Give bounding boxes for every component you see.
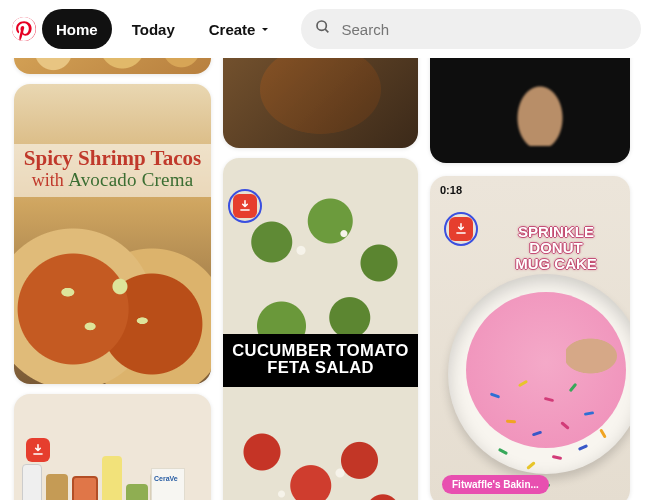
download-icon[interactable]: [449, 217, 473, 241]
search-bar[interactable]: [301, 9, 641, 49]
feed-grid: Spicy Shrimp Tacos with Avocado Crema CU…: [0, 58, 648, 500]
pin-cut-top-center[interactable]: [223, 58, 418, 148]
sprinkle: [560, 421, 570, 430]
sprinkle: [532, 431, 542, 437]
sprinkle: [584, 411, 594, 416]
sprinkle: [490, 392, 500, 398]
search-input[interactable]: [341, 21, 627, 38]
pin-bathroom-drawer[interactable]: [14, 394, 211, 500]
svg-point-0: [317, 21, 326, 30]
pin-cut-top-left[interactable]: [14, 58, 211, 74]
create-tab[interactable]: Create: [195, 9, 286, 49]
sprinkle: [578, 444, 588, 451]
search-icon: [315, 19, 331, 39]
sprinkle: [569, 383, 578, 393]
chevron-down-icon: [259, 21, 271, 38]
sprinkle: [544, 397, 554, 402]
download-icon[interactable]: [26, 438, 50, 462]
today-label: Today: [132, 21, 175, 38]
cerave-bottle: [151, 468, 185, 500]
mugcake-title-line1: SPRINKLE DONUT: [490, 224, 622, 256]
sprinkle: [599, 428, 607, 438]
mugcake-title-line2: MUG CAKE: [490, 256, 622, 272]
today-tab[interactable]: Today: [118, 9, 189, 49]
sprinkle: [518, 380, 528, 388]
sprinkle: [498, 448, 508, 455]
svg-line-1: [325, 29, 328, 32]
video-duration: 0:18: [440, 184, 462, 196]
download-icon[interactable]: [233, 194, 257, 218]
sprinkle: [526, 461, 536, 470]
tacos-title-line2: Avocado Crema: [68, 169, 193, 190]
tacos-title-line1: Spicy Shrimp Tacos: [20, 148, 205, 169]
create-label: Create: [209, 21, 256, 38]
mugcake-title-overlay: SPRINKLE DONUT MUG CAKE: [490, 224, 622, 271]
tacos-with: with: [32, 170, 64, 190]
home-tab[interactable]: Home: [42, 9, 112, 49]
pinterest-logo-icon[interactable]: [12, 17, 36, 41]
salad-title-line1: CUCUMBER TOMATO: [227, 342, 414, 359]
hand: [566, 326, 630, 386]
home-label: Home: [56, 21, 98, 38]
pin-cucumber-salad[interactable]: CUCUMBER TOMATO FETA SALAD: [223, 158, 418, 500]
salad-title-overlay: CUCUMBER TOMATO FETA SALAD: [223, 334, 418, 387]
salad-title-line2: FETA SALAD: [227, 359, 414, 376]
pin-mug-cake[interactable]: 0:18 SPRINKLE DONUT MUG CAKE Fitwaffle's…: [430, 176, 630, 500]
sprinkle: [552, 455, 562, 460]
pin-cut-top-right[interactable]: [430, 58, 630, 163]
sprinkle: [506, 420, 516, 424]
creator-tag[interactable]: Fitwaffle's Bakin...: [442, 475, 549, 494]
header-bar: Home Today Create: [0, 0, 648, 58]
tacos-title-overlay: Spicy Shrimp Tacos with Avocado Crema: [14, 144, 211, 197]
pin-shrimp-tacos[interactable]: Spicy Shrimp Tacos with Avocado Crema: [14, 84, 211, 384]
